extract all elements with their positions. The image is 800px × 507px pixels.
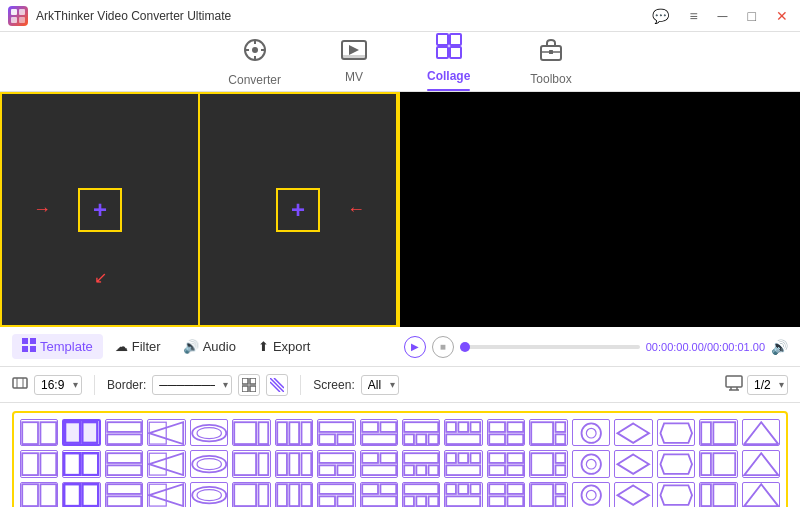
template-item[interactable]: [699, 482, 737, 507]
template-item[interactable]: [572, 419, 610, 446]
add-video-left-button[interactable]: +: [78, 188, 122, 232]
template-item[interactable]: [742, 482, 780, 507]
volume-icon[interactable]: 🔊: [771, 339, 788, 355]
template-item[interactable]: [572, 482, 610, 507]
aspect-ratio-select[interactable]: 16:9 4:3 1:1 9:16: [34, 375, 82, 395]
svg-rect-82: [319, 453, 353, 463]
template-item[interactable]: [402, 482, 440, 507]
nav-converter[interactable]: Converter: [228, 37, 281, 87]
border-grid-icon[interactable]: [238, 374, 260, 396]
template-item[interactable]: [190, 482, 228, 507]
close-button[interactable]: ✕: [772, 6, 792, 26]
template-item[interactable]: [402, 450, 440, 477]
template-item[interactable]: [190, 450, 228, 477]
stop-button[interactable]: ■: [432, 336, 454, 358]
template-item[interactable]: [572, 450, 610, 477]
menu-button[interactable]: ≡: [685, 6, 701, 26]
nav-collage[interactable]: Collage: [427, 33, 470, 91]
monitor-select-wrapper[interactable]: 1/2 1/1 2/2: [747, 375, 788, 395]
svg-rect-1: [19, 9, 25, 15]
template-item[interactable]: [275, 450, 313, 477]
svg-rect-111: [107, 484, 141, 494]
toolbar: Template ☁ Filter 🔊 Audio ⬆ Export ▶ ■ 0…: [0, 327, 800, 367]
divider-2: [300, 375, 301, 395]
svg-rect-23: [250, 378, 256, 384]
template-item[interactable]: [62, 419, 100, 446]
nav-mv[interactable]: MV: [341, 40, 367, 84]
template-item[interactable]: [657, 450, 695, 477]
template-item[interactable]: [232, 450, 270, 477]
template-item[interactable]: [147, 450, 185, 477]
template-item[interactable]: [62, 450, 100, 477]
template-item[interactable]: [317, 482, 355, 507]
template-item[interactable]: [529, 482, 567, 507]
template-item[interactable]: [317, 450, 355, 477]
template-item[interactable]: [62, 482, 100, 507]
template-item[interactable]: [232, 419, 270, 446]
template-item[interactable]: [444, 419, 482, 446]
export-toolbar-button[interactable]: ⬆ Export: [248, 335, 321, 358]
svg-rect-46: [319, 434, 335, 444]
template-button[interactable]: Template: [12, 334, 103, 359]
audio-button[interactable]: 🔊 Audio: [173, 335, 246, 358]
template-item[interactable]: [317, 419, 355, 446]
template-item[interactable]: [147, 482, 185, 507]
filter-button[interactable]: ☁ Filter: [105, 335, 171, 358]
template-item[interactable]: [657, 419, 695, 446]
minimize-button[interactable]: ─: [714, 6, 732, 26]
nav-toolbox[interactable]: Toolbox: [530, 38, 571, 86]
template-item[interactable]: [487, 419, 525, 446]
template-item[interactable]: [275, 419, 313, 446]
template-item[interactable]: [742, 419, 780, 446]
svg-rect-69: [713, 422, 735, 444]
play-button[interactable]: ▶: [404, 336, 426, 358]
template-item[interactable]: [232, 482, 270, 507]
svg-rect-14: [549, 50, 553, 54]
template-item[interactable]: [360, 482, 398, 507]
template-item[interactable]: [147, 419, 185, 446]
template-item[interactable]: [105, 482, 143, 507]
template-item[interactable]: [699, 419, 737, 446]
template-item[interactable]: [529, 419, 567, 446]
template-item[interactable]: [105, 419, 143, 446]
template-item[interactable]: [699, 450, 737, 477]
svg-rect-109: [65, 484, 81, 506]
template-item[interactable]: [402, 419, 440, 446]
template-item[interactable]: [444, 450, 482, 477]
template-item[interactable]: [487, 482, 525, 507]
aspect-ratio-select-wrapper[interactable]: 16:9 4:3 1:1 9:16: [34, 375, 82, 395]
template-item[interactable]: [275, 482, 313, 507]
border-select[interactable]: ──────── ─ ─ ─ ─ ········: [152, 375, 232, 395]
template-item[interactable]: [360, 450, 398, 477]
svg-rect-83: [319, 465, 335, 475]
border-pattern-icon[interactable]: [266, 374, 288, 396]
screen-select[interactable]: All 1 2 3: [361, 375, 399, 395]
svg-rect-129: [447, 484, 457, 494]
add-video-right-button[interactable]: +: [276, 188, 320, 232]
template-item[interactable]: [487, 450, 525, 477]
template-item[interactable]: [444, 482, 482, 507]
title-bar-controls[interactable]: 💬 ≡ ─ □ ✕: [648, 6, 792, 26]
template-item[interactable]: [20, 450, 58, 477]
border-select-wrapper[interactable]: ──────── ─ ─ ─ ─ ········: [152, 375, 232, 395]
template-item[interactable]: [20, 482, 58, 507]
template-item[interactable]: [742, 450, 780, 477]
chat-button[interactable]: 💬: [648, 6, 673, 26]
monitor-select[interactable]: 1/2 1/1 2/2: [747, 375, 788, 395]
video-panel-left[interactable]: → + ↙: [0, 92, 200, 327]
template-item[interactable]: [360, 419, 398, 446]
template-item[interactable]: [614, 450, 652, 477]
screen-select-wrapper[interactable]: All 1 2 3: [361, 375, 399, 395]
template-item[interactable]: [614, 419, 652, 446]
template-item[interactable]: [20, 419, 58, 446]
progress-bar[interactable]: [460, 345, 640, 349]
converter-icon: [242, 37, 268, 69]
template-item[interactable]: [529, 450, 567, 477]
template-item[interactable]: [657, 482, 695, 507]
template-item[interactable]: [190, 419, 228, 446]
template-item[interactable]: [614, 482, 652, 507]
template-item[interactable]: [105, 450, 143, 477]
video-panel-right[interactable]: + ←: [200, 92, 398, 327]
main-content: → + ↙ + ←: [0, 92, 800, 327]
maximize-button[interactable]: □: [744, 6, 760, 26]
